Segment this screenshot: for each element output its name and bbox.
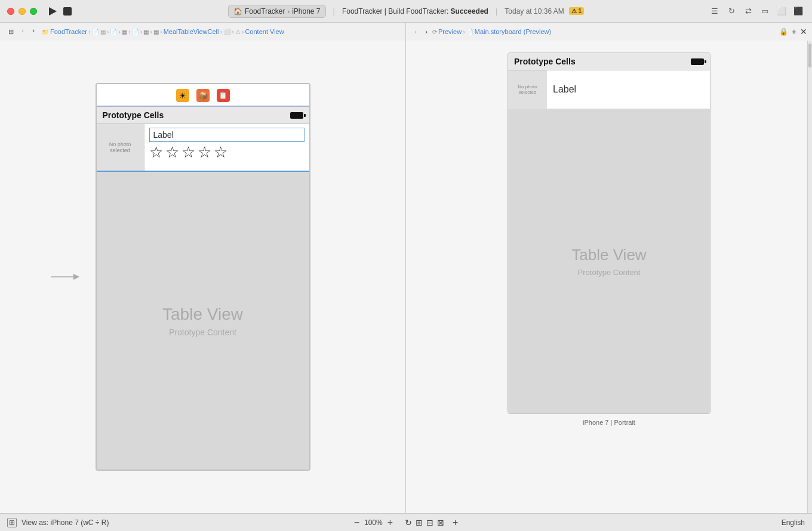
bc-foodtracker[interactable]: FoodTracker: [50, 28, 87, 35]
table-view-label: Table View: [162, 305, 243, 324]
right-scroll-content: Prototype Cells No photo selected Label …: [406, 41, 812, 513]
close-button[interactable]: [7, 8, 14, 15]
icon-red[interactable]: 📋: [217, 89, 230, 102]
refresh-icon[interactable]: ↻: [725, 5, 738, 18]
breadcrumb-path-right: ‹ › ⟳ Preview › 📄 Main.storyboard (Previ…: [411, 27, 551, 36]
share-icon[interactable]: ⇄: [742, 5, 755, 18]
maximize-button[interactable]: [30, 8, 37, 15]
back-arrow[interactable]: ‹: [18, 26, 27, 35]
title-bar-right: ☰ ↻ ⇄ ▭ ⬜ ⬛: [708, 5, 805, 18]
title-bar: 🏠 FoodTracker › iPhone 7 | FoodTracker |…: [0, 0, 812, 23]
bc-doc-icon: ▦: [100, 29, 106, 35]
add-constraint-button[interactable]: +: [453, 517, 458, 528]
refresh-layout-icon[interactable]: ↻: [405, 518, 412, 527]
stars-rating[interactable]: ☆ ☆ ☆ ☆ ☆: [149, 144, 304, 160]
status-bar-center: − 100% + ↻ ⊞ ⊟ ⊠ +: [354, 517, 459, 528]
layout-tools: ↻ ⊞ ⊟ ⊠: [405, 518, 444, 527]
preview-device-label: iPhone 7 | Portrait: [583, 419, 635, 426]
preview-table-view: Table View Prototype Content: [508, 109, 710, 413]
close-panel-button[interactable]: ✕: [800, 27, 807, 36]
app-name-label: FoodTracker: [245, 7, 285, 16]
left-nav-arrows: ⊞ ‹ ›: [5, 26, 38, 38]
bc-meal-table-cell[interactable]: MealTableViewCell: [164, 28, 219, 35]
cell-content: ☆ ☆ ☆ ☆ ☆: [144, 124, 309, 171]
preview-table-sublabel: Prototype Content: [578, 268, 641, 277]
hamburger-icon[interactable]: ☰: [708, 5, 721, 18]
bc-preview[interactable]: Preview: [438, 28, 462, 35]
preview-cell-content: Label: [547, 70, 710, 109]
breadcrumb-bar-left: ⊞ ‹ › 📁 FoodTracker › 📄 ▦ › 📄 › ▦ › 📄 › …: [0, 23, 406, 41]
iphone-mockup: ☀ 📦 📋 Prototype Cells No photo selected: [96, 83, 310, 471]
build-status: FoodTracker | Build FoodTracker: Succeed…: [342, 7, 488, 16]
status-bar: ⊞ View as: iPhone 7 (wC ÷ R) − 100% + ↻ …: [0, 513, 812, 531]
battery-icon: [290, 112, 303, 119]
preview-mockup: Prototype Cells No photo selected Label …: [508, 53, 710, 414]
preview-battery-icon: [691, 58, 704, 65]
table-view-sublabel: Prototype Content: [169, 328, 236, 337]
icon-yellow[interactable]: ☀: [176, 89, 189, 102]
preview-table-label: Table View: [571, 246, 646, 264]
lock-icon[interactable]: 🔒: [779, 27, 788, 36]
grid-view-icon[interactable]: ⊞: [5, 26, 17, 38]
forward-arrow-right[interactable]: ›: [422, 27, 431, 36]
view-as-icon[interactable]: ⊞: [7, 518, 17, 527]
preview-cell-photo: No photo selected: [508, 70, 547, 109]
scheme-selector[interactable]: 🏠 FoodTracker › iPhone 7: [228, 5, 326, 18]
breadcrumb-bar-right: ‹ › ⟳ Preview › 📄 Main.storyboard (Previ…: [406, 23, 812, 41]
scrollbar-thumb[interactable]: [808, 44, 811, 67]
flow-arrow: [51, 271, 81, 283]
svg-marker-1: [73, 274, 79, 280]
forward-arrow[interactable]: ›: [29, 26, 38, 35]
device-name-label: iPhone 7: [292, 7, 320, 16]
left-panel: ☀ 📦 📋 Prototype Cells No photo selected: [0, 41, 406, 513]
bc-content-view[interactable]: Content View: [245, 28, 284, 35]
preview-prototype-title: Prototype Cells: [514, 57, 576, 66]
run-button[interactable]: [47, 5, 59, 17]
zoom-out-button[interactable]: −: [354, 518, 359, 527]
star-5[interactable]: ☆: [214, 144, 227, 160]
star-1[interactable]: ☆: [149, 144, 163, 160]
preview-prototype-header: Prototype Cells: [508, 53, 710, 70]
scrollbar-track[interactable]: [807, 41, 812, 513]
add-panel-button[interactable]: +: [792, 27, 796, 36]
grid-layout-icon[interactable]: ⊞: [416, 518, 423, 527]
status-bar-right: English: [782, 518, 805, 527]
star-4[interactable]: ☆: [198, 144, 211, 160]
zoom-in-button[interactable]: +: [387, 518, 393, 527]
star-2[interactable]: ☆: [165, 144, 179, 160]
star-3[interactable]: ☆: [182, 144, 195, 160]
prototype-cells-title: Prototype Cells: [103, 110, 164, 120]
table-view-area: Table View Prototype Content: [97, 172, 309, 470]
triple-panel-icon[interactable]: ⬛: [792, 5, 805, 18]
minimize-button[interactable]: [19, 8, 26, 15]
bc-main-storyboard[interactable]: Main.storyboard (Preview): [475, 28, 551, 35]
warning-badge[interactable]: ⚠ 1: [569, 7, 584, 15]
icon-orange[interactable]: 📦: [196, 89, 210, 102]
mockup-icons-bar: ☀ 📦 📋: [97, 84, 309, 106]
stop-button[interactable]: [63, 7, 72, 16]
view-as-label: View as: iPhone 7 (wC ÷ R): [21, 518, 109, 527]
build-time: Today at 10:36 AM: [505, 7, 564, 16]
title-bar-center: 🏠 FoodTracker › iPhone 7 | FoodTracker |…: [228, 5, 584, 18]
single-panel-icon[interactable]: ▭: [758, 5, 771, 18]
right-panel: Prototype Cells No photo selected Label …: [406, 41, 812, 513]
meal-cell: No photo selected ☆ ☆ ☆ ☆ ☆: [97, 124, 309, 172]
preview-meal-cell: No photo selected Label: [508, 70, 710, 109]
double-panel-icon[interactable]: ⬜: [775, 5, 788, 18]
traffic-lights: [7, 8, 37, 15]
locale-label: English: [782, 518, 805, 527]
align-icon[interactable]: ⊟: [426, 518, 433, 527]
zoom-level: 100%: [364, 518, 383, 527]
preview-cell-label: Label: [553, 84, 576, 95]
back-arrow-right[interactable]: ‹: [411, 27, 420, 36]
cell-label-input[interactable]: [149, 128, 304, 142]
cell-photo: No photo selected: [97, 124, 144, 171]
prototype-cells-header: Prototype Cells: [97, 106, 309, 124]
breadcrumb-path: 📁 FoodTracker › 📄 ▦ › 📄 › ▦ › 📄 › ▦ › ▦ …: [42, 28, 284, 35]
constraint-icon[interactable]: ⊠: [437, 518, 444, 527]
main-area: ☀ 📦 📋 Prototype Cells No photo selected: [0, 41, 812, 513]
